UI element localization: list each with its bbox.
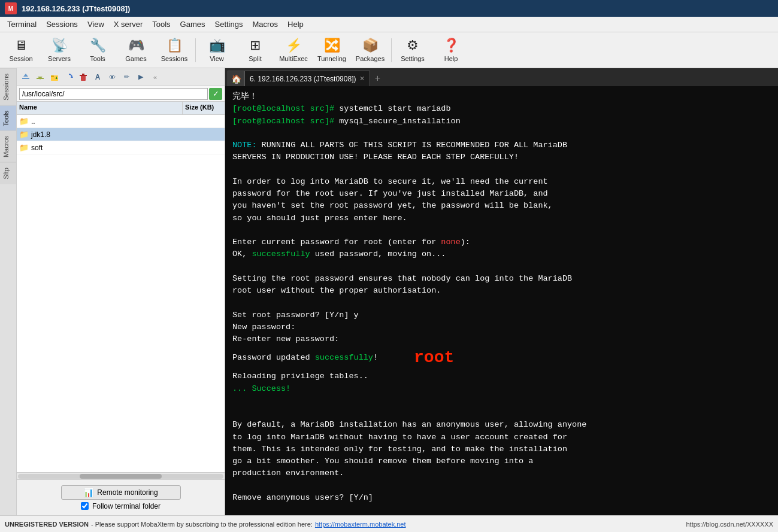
tab-add-button[interactable]: +: [370, 71, 385, 86]
fb-btn-refresh[interactable]: [62, 71, 75, 84]
toolbar-view[interactable]: 📺 View: [198, 35, 235, 66]
terminal-line: NOTE: RUNNING ALL PARTS OF THIS SCRIPT I…: [232, 139, 771, 151]
toolbar-divider-1: [195, 38, 196, 62]
list-item[interactable]: 📁 ..: [17, 115, 225, 128]
folder-icon: 📁: [19, 130, 29, 139]
main-area: Sessions Tools Macros Sftp + A: [0, 68, 778, 515]
file-name-0: 📁 ..: [17, 117, 183, 126]
sidebar-item-sftp[interactable]: Sftp: [0, 162, 16, 184]
fb-btn-edit[interactable]: ✏: [120, 71, 133, 84]
toolbar-games[interactable]: 🎮 Games: [117, 35, 155, 66]
svg-text:+: +: [55, 75, 58, 81]
filebrowser-header: Name Size (KB): [17, 102, 225, 115]
menu-terminal[interactable]: Terminal: [2, 19, 41, 30]
menu-view[interactable]: View: [83, 19, 109, 30]
toolbar-split[interactable]: ⊞ Split: [237, 35, 274, 66]
file-name-1: 📁 jdk1.8: [17, 130, 183, 139]
terminal-line: Remove anonymous users? [Y/n]: [232, 492, 771, 504]
follow-folder-label: Follow terminal folder: [92, 502, 161, 510]
terminal-line: password for the root user. If you've ju…: [232, 188, 771, 200]
fb-btn-execute[interactable]: ▶: [134, 71, 147, 84]
terminal-line: New password:: [232, 321, 771, 333]
filebrowser-panel: + A 👁 ✏ ▶ « /u: [17, 68, 225, 515]
menu-tools[interactable]: Tools: [147, 19, 175, 30]
toolbar-sessions[interactable]: 📋 Sessions: [156, 35, 193, 66]
terminal-line: Set root password? [Y/n] y: [232, 309, 771, 321]
menu-xserver[interactable]: X server: [109, 19, 147, 30]
menu-macros[interactable]: Macros: [247, 19, 283, 30]
title-text: 192.168.126.233 (JTtest0908]): [22, 4, 130, 13]
terminal-line: [232, 164, 771, 176]
terminal-line: go a bit smoother. You should remove the…: [232, 455, 771, 467]
statusbar: UNREGISTERED VERSION - Please support Mo…: [0, 515, 778, 532]
menu-games[interactable]: Games: [175, 19, 210, 30]
help-icon: ❓: [443, 38, 459, 53]
packages-icon: 📦: [362, 38, 379, 53]
filebrowser-list: 📁 .. 📁 jdk1.8 📁 soft: [17, 115, 225, 472]
terminal-line: [232, 297, 771, 309]
toolbar-tunneling-label: Tunneling: [317, 55, 346, 62]
terminal-line: [232, 407, 771, 419]
terminal-line: so you should just press enter here.: [232, 212, 771, 224]
path-go-button[interactable]: ✓: [209, 88, 222, 100]
multiexec-icon: ⚡: [286, 38, 302, 53]
fb-btn-delete[interactable]: [77, 71, 90, 84]
col-size-header: Size (KB): [183, 102, 225, 114]
terminal-content[interactable]: 完毕！ [root@localhost src]# systemctl star…: [225, 86, 778, 515]
follow-folder-check[interactable]: [81, 502, 89, 510]
fb-btn-download[interactable]: [34, 71, 47, 84]
fb-btn-newdir[interactable]: +: [48, 71, 61, 84]
terminal-line: 完毕！: [232, 91, 771, 103]
servers-icon: 📡: [52, 38, 68, 53]
list-item[interactable]: 📁 soft: [17, 141, 225, 154]
terminal-line: OK, successfully used password, moving o…: [232, 248, 771, 260]
terminal-line: Setting the root password ensures that n…: [232, 273, 771, 285]
toolbar-tools[interactable]: 🔧 Tools: [79, 35, 116, 66]
svg-rect-10: [82, 74, 84, 75]
fb-btn-view[interactable]: 👁: [105, 71, 119, 84]
terminal-line: SERVERS IN PRODUCTION USE! PLEASE READ E…: [232, 151, 771, 163]
svg-rect-5: [51, 75, 54, 77]
toolbar-packages-label: Packages: [356, 55, 385, 62]
toolbar-session[interactable]: 🖥 Session: [2, 35, 40, 66]
remote-monitoring-button[interactable]: 📊 Remote monitoring: [61, 485, 181, 500]
session-icon: 🖥: [14, 38, 28, 53]
sidebar-item-macros[interactable]: Macros: [0, 130, 16, 162]
svg-rect-9: [80, 75, 87, 76]
terminal-line: Password updated successfully! root: [232, 345, 771, 370]
follow-terminal-folder-checkbox[interactable]: Follow terminal folder: [81, 502, 161, 510]
path-input[interactable]: /usr/local/src/: [19, 88, 208, 100]
toolbar-multiexec[interactable]: ⚡ MultiExec: [275, 35, 312, 66]
terminal-line: [232, 224, 771, 236]
list-item[interactable]: 📁 jdk1.8: [17, 128, 225, 141]
split-icon: ⊞: [250, 38, 261, 53]
menu-settings[interactable]: Settings: [210, 19, 248, 30]
status-middle: - Please support MobaXterm by subscribin…: [91, 521, 313, 528]
tab-close-button[interactable]: ✕: [359, 75, 365, 83]
toolbar-tunneling[interactable]: 🔀 Tunneling: [313, 35, 350, 66]
scrollbar-track[interactable]: [18, 474, 223, 479]
status-link[interactable]: https://mobaxterm.mobatek.net: [315, 521, 406, 528]
fb-btn-upload[interactable]: [19, 71, 32, 84]
menu-sessions[interactable]: Sessions: [41, 19, 83, 30]
terminal-area: 🏠 6. 192.168.126.233 (JTtest0908]) ✕ + 完…: [225, 68, 778, 515]
tab-label: 6. 192.168.126.233 (JTtest0908]): [250, 75, 356, 83]
sidebar-item-sessions[interactable]: Sessions: [0, 68, 16, 105]
sidebar-item-tools[interactable]: Tools: [0, 105, 16, 131]
terminal-line: [232, 480, 771, 492]
toolbar-help[interactable]: ❓ Help: [432, 35, 470, 66]
toolbar: 🖥 Session 📡 Servers 🔧 Tools 🎮 Games 📋 Se…: [0, 32, 778, 68]
scrollbar-thumb[interactable]: [80, 474, 162, 479]
toolbar-packages[interactable]: 📦 Packages: [352, 35, 389, 66]
menu-help[interactable]: Help: [283, 19, 308, 30]
fb-btn-collapse[interactable]: «: [149, 71, 162, 84]
toolbar-settings[interactable]: ⚙ Settings: [394, 35, 431, 66]
terminal-line: [232, 127, 771, 139]
filebrowser-scrollbar[interactable]: [17, 472, 225, 479]
fb-btn-rename[interactable]: A: [91, 71, 104, 84]
terminal-line: [232, 261, 771, 273]
tab-home-button[interactable]: 🏠: [228, 71, 244, 86]
toolbar-tools-label: Tools: [90, 55, 105, 62]
toolbar-servers[interactable]: 📡 Servers: [41, 35, 78, 66]
terminal-tab-active[interactable]: 6. 192.168.126.233 (JTtest0908]) ✕: [244, 71, 370, 86]
